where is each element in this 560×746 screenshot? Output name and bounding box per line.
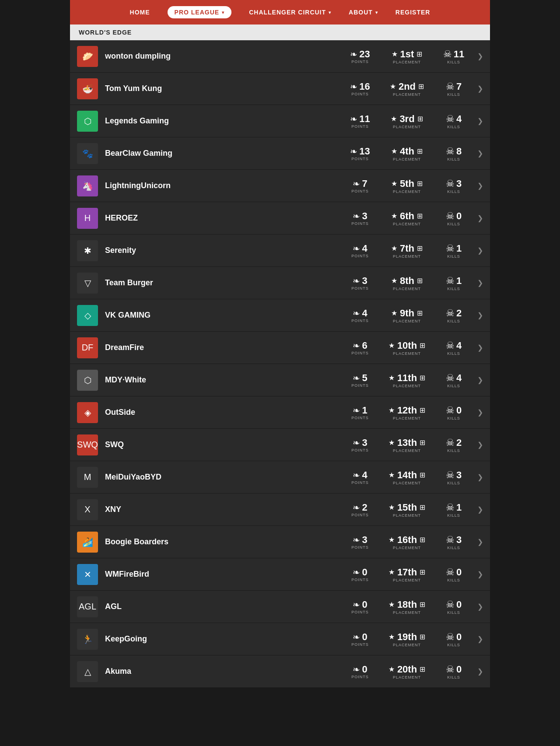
expand-chevron-icon[interactable]: ❯ xyxy=(477,311,483,319)
kills-label: KILLS xyxy=(447,513,460,518)
kills-stat: ☠ 0 KILLS xyxy=(441,664,467,679)
expand-chevron-icon[interactable]: ❯ xyxy=(477,246,483,255)
points-label: POINTS xyxy=(351,448,369,452)
placement-grid-icon: ⊞ xyxy=(416,50,422,58)
points-stat: ❧ 7 POINTS xyxy=(347,179,373,193)
placement-stat: ★ 3rd ⊞ PLACEMENT xyxy=(387,113,427,129)
kills-stat: ☠ 0 KILLS xyxy=(441,210,467,226)
team-name: BearClaw Gaming xyxy=(105,149,347,158)
team-name: Tom Yum Kung xyxy=(105,84,347,93)
team-row[interactable]: ⬡MDY·White ❧ 5 POINTS ★ 11th ⊞ PLACEMENT… xyxy=(70,364,490,396)
points-value: 2 xyxy=(362,503,367,512)
team-row[interactable]: ▽Team Burger ❧ 3 POINTS ★ 8th ⊞ PLACEMEN… xyxy=(70,267,490,299)
team-row[interactable]: ◈OutSide ❧ 1 POINTS ★ 12th ⊞ PLACEMENT ☠… xyxy=(70,396,490,429)
placement-stat: ★ 20th ⊞ PLACEMENT xyxy=(387,664,427,679)
points-label: POINTS xyxy=(351,675,369,679)
team-row[interactable]: 🦄LightningUnicorn ❧ 7 POINTS ★ 5th ⊞ PLA… xyxy=(70,170,490,202)
kills-value: 4 xyxy=(456,113,462,125)
expand-chevron-icon[interactable]: ❯ xyxy=(477,538,483,546)
kills-stat: ☠ 0 KILLS xyxy=(441,599,467,615)
kills-label: KILLS xyxy=(447,60,460,64)
placement-value: 11th xyxy=(397,372,417,384)
placement-label: PLACEMENT xyxy=(393,287,421,291)
team-row[interactable]: MMeiDuiYaoBYD ❧ 4 POINTS ★ 14th ⊞ PLACEM… xyxy=(70,461,490,494)
kills-value: 3 xyxy=(456,178,462,189)
nav-item-pro-league[interactable]: PRO LEAGUE▾ xyxy=(168,6,232,18)
skull-icon: ☠ xyxy=(446,502,455,513)
kills-label: KILLS xyxy=(447,546,460,550)
expand-chevron-icon[interactable]: ❯ xyxy=(477,117,483,125)
points-stat: ❧ 3 POINTS xyxy=(347,438,373,452)
kills-value: 3 xyxy=(456,469,462,481)
placement-label: PLACEMENT xyxy=(393,546,421,550)
placement-stat: ★ 6th ⊞ PLACEMENT xyxy=(387,210,427,226)
team-row[interactable]: AGLAGL ❧ 0 POINTS ★ 18th ⊞ PLACEMENT ☠ 0… xyxy=(70,591,490,623)
team-row[interactable]: 🏃KeepGoing ❧ 0 POINTS ★ 19th ⊞ PLACEMENT… xyxy=(70,623,490,655)
points-label: POINTS xyxy=(351,124,369,129)
expand-chevron-icon[interactable]: ❯ xyxy=(477,667,483,676)
points-icon: ❧ xyxy=(353,438,360,448)
points-label: POINTS xyxy=(351,60,369,64)
placement-grid-icon: ⊞ xyxy=(417,309,423,317)
expand-chevron-icon[interactable]: ❯ xyxy=(477,279,483,287)
nav-item-register[interactable]: REGISTER xyxy=(396,9,430,16)
points-label: POINTS xyxy=(351,610,369,614)
expand-chevron-icon[interactable]: ❯ xyxy=(477,473,483,481)
points-stat: ❧ 0 POINTS xyxy=(347,599,373,614)
expand-chevron-icon[interactable]: ❯ xyxy=(477,52,483,60)
team-row[interactable]: △Akuma ❧ 0 POINTS ★ 20th ⊞ PLACEMENT ☠ 0… xyxy=(70,655,490,688)
placement-grid-icon: ⊞ xyxy=(417,115,423,123)
expand-chevron-icon[interactable]: ❯ xyxy=(477,376,483,384)
nav-item-home[interactable]: HOME xyxy=(130,9,150,16)
chevron-down-icon: ▾ xyxy=(375,10,378,15)
nav-item-about[interactable]: ABOUT▾ xyxy=(349,9,378,16)
expand-chevron-icon[interactable]: ❯ xyxy=(477,570,483,578)
placement-label: PLACEMENT xyxy=(393,351,421,356)
placement-stat: ★ 2nd ⊞ PLACEMENT xyxy=(387,81,427,97)
kills-label: KILLS xyxy=(447,643,460,647)
points-label: POINTS xyxy=(351,189,369,193)
team-row[interactable]: ✕WMFireBird ❧ 0 POINTS ★ 17th ⊞ PLACEMEN… xyxy=(70,558,490,591)
expand-chevron-icon[interactable]: ❯ xyxy=(477,84,483,93)
expand-chevron-icon[interactable]: ❯ xyxy=(477,149,483,158)
placement-label: PLACEMENT xyxy=(393,448,421,453)
expand-chevron-icon[interactable]: ❯ xyxy=(477,602,483,611)
kills-stat: ☠ 1 KILLS xyxy=(441,275,467,291)
team-row[interactable]: 🐾BearClaw Gaming ❧ 13 POINTS ★ 4th ⊞ PLA… xyxy=(70,137,490,170)
team-row[interactable]: XXNY ❧ 2 POINTS ★ 15th ⊞ PLACEMENT ☠ 1 K… xyxy=(70,494,490,526)
expand-chevron-icon[interactable]: ❯ xyxy=(477,343,483,352)
nav-item-challenger-circuit[interactable]: CHALLENGER CIRCUIT▾ xyxy=(249,9,331,16)
expand-chevron-icon[interactable]: ❯ xyxy=(477,214,483,222)
placement-value: 5th xyxy=(400,178,414,189)
team-row[interactable]: 🍜Tom Yum Kung ❧ 16 POINTS ★ 2nd ⊞ PLACEM… xyxy=(70,73,490,105)
team-row[interactable]: SWQSWQ ❧ 3 POINTS ★ 13th ⊞ PLACEMENT ☠ 2… xyxy=(70,429,490,461)
team-row[interactable]: 🥟wonton dumpling ❧ 23 POINTS ★ 1st ⊞ PLA… xyxy=(70,40,490,73)
placement-grid-icon: ⊞ xyxy=(420,536,425,544)
team-row[interactable]: 🏄Boogie Boarders ❧ 3 POINTS ★ 16th ⊞ PLA… xyxy=(70,526,490,558)
expand-chevron-icon[interactable]: ❯ xyxy=(477,441,483,449)
placement-star-icon: ★ xyxy=(388,568,395,576)
team-logo: ⬡ xyxy=(77,111,98,132)
kills-label: KILLS xyxy=(447,610,460,615)
skull-icon: ☠ xyxy=(446,81,455,92)
points-icon: ❧ xyxy=(353,243,360,254)
team-row[interactable]: DFDreamFire ❧ 6 POINTS ★ 10th ⊞ PLACEMEN… xyxy=(70,332,490,364)
expand-chevron-icon[interactable]: ❯ xyxy=(477,408,483,417)
kills-label: KILLS xyxy=(447,384,460,388)
team-row[interactable]: ⬡Legends Gaming ❧ 11 POINTS ★ 3rd ⊞ PLAC… xyxy=(70,105,490,137)
placement-label: PLACEMENT xyxy=(393,513,421,518)
points-label: POINTS xyxy=(351,92,369,96)
team-row[interactable]: HHEROEZ ❧ 3 POINTS ★ 6th ⊞ PLACEMENT ☠ 0… xyxy=(70,202,490,235)
placement-grid-icon: ⊞ xyxy=(420,438,425,447)
team-logo: 🏄 xyxy=(77,532,98,553)
expand-chevron-icon[interactable]: ❯ xyxy=(477,505,483,514)
team-row[interactable]: ◇VK GAMING ❧ 4 POINTS ★ 9th ⊞ PLACEMENT … xyxy=(70,299,490,332)
chevron-down-icon: ▾ xyxy=(222,10,224,15)
team-row[interactable]: ✱Serenity ❧ 4 POINTS ★ 7th ⊞ PLACEMENT ☠… xyxy=(70,235,490,267)
points-stat: ❧ 23 POINTS xyxy=(347,49,373,64)
expand-chevron-icon[interactable]: ❯ xyxy=(477,635,483,643)
expand-chevron-icon[interactable]: ❯ xyxy=(477,182,483,190)
points-stat: ❧ 5 POINTS xyxy=(347,373,373,388)
placement-label: PLACEMENT xyxy=(393,481,421,485)
kills-label: KILLS xyxy=(447,675,460,679)
